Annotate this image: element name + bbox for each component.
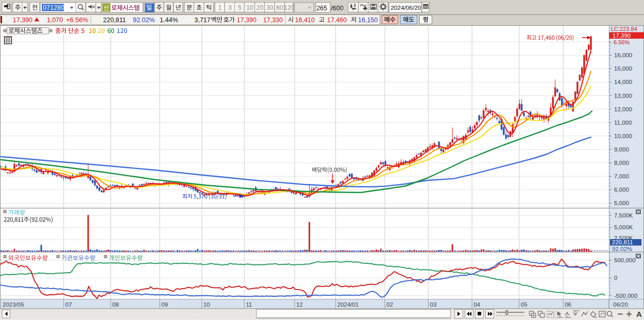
- svg-text:06: 06: [565, 301, 571, 308]
- svg-text:/600: /600: [331, 5, 343, 12]
- svg-text:6,000: 6,000: [614, 187, 629, 193]
- svg-text:3: 3: [228, 4, 232, 11]
- svg-text:5: 5: [238, 4, 242, 11]
- svg-text:7,000: 7,000: [614, 173, 629, 179]
- svg-text:16,150: 16,150: [358, 16, 378, 24]
- svg-text:17,390: 17,390: [237, 16, 256, 24]
- svg-text:3,717: 3,717: [195, 16, 211, 24]
- svg-text:04: 04: [474, 301, 480, 308]
- svg-text:1,070: 1,070: [47, 16, 63, 24]
- svg-text:+6.56%: +6.56%: [66, 16, 88, 24]
- svg-text:8,000: 8,000: [614, 160, 629, 166]
- svg-text:0: 0: [614, 275, 617, 281]
- svg-text:10,000: 10,000: [614, 133, 632, 139]
- svg-text:15,000: 15,000: [614, 65, 632, 72]
- svg-text:11,000: 11,000: [614, 120, 632, 126]
- svg-text:17,330: 17,330: [263, 16, 283, 24]
- svg-text:9,000: 9,000: [614, 146, 629, 153]
- svg-text:20: 20: [256, 4, 264, 11]
- svg-text:220,811: 220,811: [612, 239, 633, 245]
- svg-text:14,000: 14,000: [614, 79, 632, 85]
- svg-text:17,460: 17,460: [327, 16, 347, 24]
- svg-text:92.02%: 92.02%: [133, 16, 155, 24]
- svg-text:500,000: 500,000: [614, 257, 636, 263]
- svg-text:1.44%: 1.44%: [160, 16, 178, 24]
- svg-text:17,390: 17,390: [613, 32, 631, 39]
- svg-text:02: 02: [387, 301, 393, 308]
- svg-text:5,000: 5,000: [614, 200, 629, 206]
- svg-text:16,000: 16,000: [614, 52, 632, 58]
- svg-text:2024/06/20: 2024/06/20: [391, 4, 421, 11]
- svg-text:92.02%: 92.02%: [612, 246, 632, 252]
- svg-text:60: 60: [276, 4, 283, 11]
- svg-text:06/20: 06/20: [613, 301, 628, 308]
- svg-text:5,000K: 5,000K: [614, 224, 633, 230]
- svg-text:120: 120: [284, 4, 294, 11]
- svg-text:12: 12: [296, 301, 303, 308]
- svg-text:LC:223.84: LC:223.84: [611, 26, 637, 32]
- svg-text:05: 05: [521, 301, 527, 308]
- svg-text:-500,000: -500,000: [614, 293, 637, 299]
- svg-text:6.56%: 6.56%: [614, 39, 630, 45]
- svg-text:12,000: 12,000: [614, 106, 632, 112]
- svg-text:2023/05: 2023/05: [3, 301, 24, 308]
- svg-text:08: 08: [112, 301, 119, 308]
- svg-text:09: 09: [162, 301, 168, 308]
- svg-text:A: A: [636, 310, 642, 318]
- svg-text:30: 30: [266, 4, 273, 11]
- svg-text:16,410: 16,410: [295, 16, 315, 24]
- svg-text:10: 10: [203, 301, 210, 308]
- svg-text:11: 11: [246, 301, 252, 308]
- svg-text:10: 10: [246, 4, 253, 11]
- svg-text:17,390: 17,390: [13, 16, 33, 24]
- svg-text:265: 265: [316, 5, 327, 12]
- svg-text:03: 03: [430, 301, 437, 308]
- svg-text:7,500K: 7,500K: [614, 212, 633, 218]
- svg-text:071280: 071280: [43, 4, 65, 11]
- svg-text:07: 07: [66, 301, 72, 308]
- svg-text:13,000: 13,000: [614, 93, 632, 99]
- svg-text:1: 1: [218, 4, 222, 11]
- svg-text:2024/01: 2024/01: [337, 301, 359, 308]
- svg-text:220,811: 220,811: [103, 16, 126, 24]
